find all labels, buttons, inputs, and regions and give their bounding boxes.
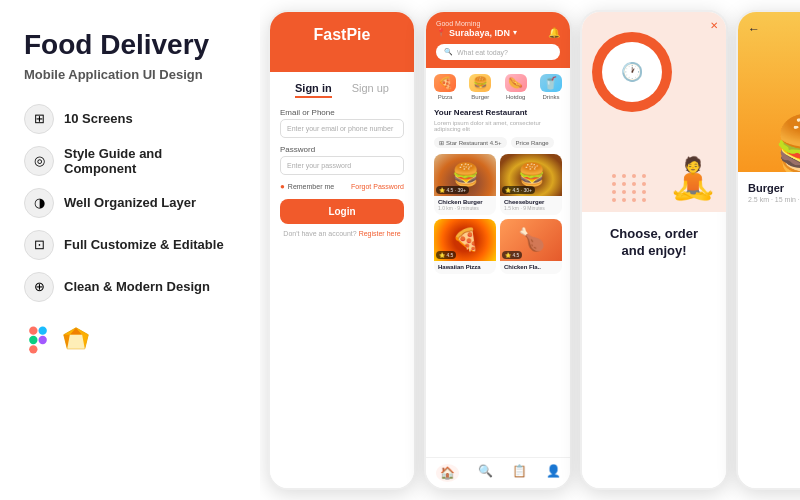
phone-login-header: FastPie <box>270 12 414 72</box>
brand-name: FastPie <box>280 26 404 44</box>
food-name: Burger <box>748 182 800 194</box>
feature-label-design: Clean & Modern Design <box>64 279 210 294</box>
filter-price[interactable]: Price Range <box>511 137 554 148</box>
svg-rect-0 <box>29 326 37 334</box>
nav-search[interactable]: 🔍 <box>478 464 493 482</box>
filter-star[interactable]: ⊞Star Restaurant 4.5+ <box>434 137 507 148</box>
feature-item-style: ◎ Style Guide and Component <box>24 146 236 176</box>
feature-item-design: ⊕ Clean & Modern Design <box>24 272 236 302</box>
phone-login: FastPie Sign in Sign up Email or Phone E… <box>268 10 416 490</box>
search-box[interactable]: 🔍 What eat today? <box>436 44 560 60</box>
clock-circle: 🕐 <box>592 32 672 112</box>
location-text: Surabaya, IDN <box>449 28 510 38</box>
cat-burger[interactable]: 🍔 Burger <box>469 74 491 100</box>
email-label: Email or Phone <box>280 108 404 117</box>
bottom-nav: 🏠 🔍 📋 👤 <box>426 457 570 488</box>
clock-face: 🕐 <box>602 42 662 102</box>
screens-icon: ⊞ <box>24 104 54 134</box>
burger-image: 🍔 <box>773 111 801 172</box>
cat-pizza[interactable]: 🍕 Pizza <box>434 74 456 100</box>
food-img-0: 🍔 ⭐ 4.5 · 39+ <box>434 154 496 196</box>
feature-label-customize: Full Customize & Editable <box>64 237 224 252</box>
person-illustration: 🧘 <box>668 155 718 202</box>
nearest-title: Your Nearest Restaurant <box>434 108 562 117</box>
cat-drinks[interactable]: 🥤 Drinks <box>540 74 562 100</box>
layer-icon: ◑ <box>24 188 54 218</box>
login-button[interactable]: Login <box>280 199 404 224</box>
svg-rect-2 <box>29 336 37 344</box>
left-panel: Food Delivery Mobile Application UI Desi… <box>0 0 260 500</box>
rating-badge-0: ⭐ 4.5 · 39+ <box>436 186 469 194</box>
location-row: 📍 Surabaya, IDN ▾ 🔔 <box>436 27 560 38</box>
food-card-3[interactable]: 🍗 ⭐ 4.5 Chicken Fla.. <box>500 219 562 274</box>
phone-home: Good Morning 📍 Surabaya, IDN ▾ 🔔 🔍 What … <box>424 10 572 490</box>
nav-home[interactable]: 🏠 <box>436 464 459 482</box>
remember-row: ● Remember me Forgot Password <box>280 182 404 191</box>
signin-tab[interactable]: Sign in <box>295 82 332 98</box>
svg-rect-3 <box>29 345 37 353</box>
feature-label-style: Style Guide and Component <box>64 146 236 176</box>
feature-item-customize: ⊡ Full Customize & Editable <box>24 230 236 260</box>
dots-pattern <box>612 174 648 202</box>
feature-item-layer: ◑ Well Organized Layer <box>24 188 236 218</box>
style-icon: ◎ <box>24 146 54 176</box>
home-body: 🍕 Pizza 🍔 Burger 🌭 Hotdog 🥤 Drinks Your … <box>426 68 570 457</box>
food-img-3: 🍗 ⭐ 4.5 <box>500 219 562 261</box>
sketch-icon <box>62 326 90 354</box>
promo-heading: Choose, orderand enjoy! <box>592 226 716 260</box>
register-text: Don't have an account? Register here <box>280 230 404 237</box>
page-title: Food Delivery <box>24 30 236 61</box>
feature-label-layer: Well Organized Layer <box>64 195 196 210</box>
food-detail-info: Burger 2.5 km · 15 min · ★ 4.8 <box>738 172 800 488</box>
food-card-1[interactable]: 🍔 ⭐ 4.5 · 30+ Cheeseburger 1.5 km · 9 Mi… <box>500 154 562 215</box>
phone-detail: ← ♡ 🍔 Burger 2.5 km · 15 min · ★ 4.8 <box>736 10 800 490</box>
feature-label-screens: 10 Screens <box>64 111 133 126</box>
nearest-sub: Lorem ipsum dolor sit amet, consectetur … <box>434 120 562 132</box>
phone-promo: ✕ 🕐 🧘 Choose, orderand enjoy! <box>580 10 728 490</box>
food-card-2[interactable]: 🍕 ⭐ 4.5 Hawaiian Pizza <box>434 219 496 274</box>
auth-tabs: Sign in Sign up <box>280 82 404 98</box>
rating-badge-2: ⭐ 4.5 <box>436 251 456 259</box>
food-categories: 🍕 Pizza 🍔 Burger 🌭 Hotdog 🥤 Drinks <box>434 74 562 100</box>
remember-me-text: ● Remember me <box>280 182 334 191</box>
food-detail-image: ← ♡ 🍔 <box>738 12 800 172</box>
filter-row: ⊞Star Restaurant 4.5+ Price Range <box>434 137 562 148</box>
design-icon: ⊕ <box>24 272 54 302</box>
promo-top: ✕ 🕐 🧘 <box>582 12 726 212</box>
feature-list: ⊞ 10 Screens ◎ Style Guide and Component… <box>24 104 236 302</box>
nav-profile[interactable]: 👤 <box>546 464 561 482</box>
forgot-password-link[interactable]: Forgot Password <box>351 183 404 190</box>
food-img-1: 🍔 ⭐ 4.5 · 30+ <box>500 154 562 196</box>
tool-icons <box>24 326 236 354</box>
food-grid: 🍔 ⭐ 4.5 · 39+ Chicken Burger 1.0 km · 9 … <box>434 154 562 274</box>
password-label: Password <box>280 145 404 154</box>
password-input[interactable]: Enter your password <box>280 156 404 175</box>
greeting-text: Good Morning <box>436 20 560 27</box>
home-header: Good Morning 📍 Surabaya, IDN ▾ 🔔 🔍 What … <box>426 12 570 68</box>
search-icon: 🔍 <box>444 48 453 56</box>
figma-icon <box>24 326 52 354</box>
email-input[interactable]: Enter your email or phone number <box>280 119 404 138</box>
cat-hotdog[interactable]: 🌭 Hotdog <box>505 74 527 100</box>
rating-badge-1: ⭐ 4.5 · 30+ <box>502 186 535 194</box>
rating-badge-3: ⭐ 4.5 <box>502 251 522 259</box>
svg-marker-10 <box>67 335 85 349</box>
nav-orders[interactable]: 📋 <box>512 464 527 482</box>
back-button[interactable]: ← <box>748 22 760 36</box>
close-button[interactable]: ✕ <box>710 20 718 31</box>
customize-icon: ⊡ <box>24 230 54 260</box>
food-card-0[interactable]: 🍔 ⭐ 4.5 · 39+ Chicken Burger 1.0 km · 9 … <box>434 154 496 215</box>
register-link[interactable]: Register here <box>359 230 401 237</box>
svg-rect-1 <box>38 326 46 334</box>
signup-tab[interactable]: Sign up <box>352 82 389 98</box>
right-panel: FastPie Sign in Sign up Email or Phone E… <box>260 0 800 500</box>
phone-login-content: Sign in Sign up Email or Phone Enter you… <box>270 72 414 488</box>
svg-point-4 <box>38 336 46 344</box>
page-subtitle: Mobile Application UI Design <box>24 67 236 82</box>
feature-item-screens: ⊞ 10 Screens <box>24 104 236 134</box>
food-img-2: 🍕 ⭐ 4.5 <box>434 219 496 261</box>
food-detail: 2.5 km · 15 min · ★ 4.8 <box>748 196 800 204</box>
promo-bottom: Choose, orderand enjoy! <box>582 212 726 488</box>
